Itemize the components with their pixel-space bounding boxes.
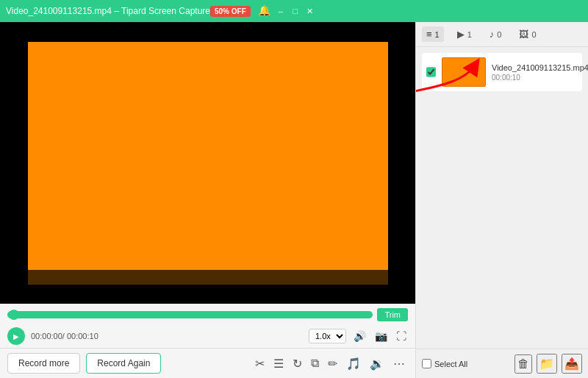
volume-adjust-icon[interactable]: 🔉 (367, 355, 387, 372)
edit-icon[interactable]: ✏ (325, 355, 340, 372)
tab-list[interactable]: ≡ 1 (422, 26, 444, 42)
file-thumbnail (442, 57, 486, 87)
file-checkbox[interactable] (426, 67, 436, 77)
progress-bar[interactable] (7, 311, 373, 318)
time-display: 00:00:00/ 00:00:10 (31, 332, 303, 340)
audio-icon[interactable]: 🎵 (343, 355, 364, 372)
record-more-button[interactable]: Record more (7, 353, 80, 374)
close-button[interactable]: ✕ (305, 6, 315, 16)
bell-icon: 🔔 (258, 4, 271, 18)
fullscreen-icon[interactable]: ⛶ (395, 329, 408, 343)
rotate-icon[interactable]: ↻ (290, 355, 305, 372)
select-all-checkbox[interactable] (422, 359, 431, 368)
progress-fill (7, 311, 373, 318)
bottom-bar: Record more Record Again ✂ ☰ ↻ ⧉ ✏ 🎵 🔉 ⋯ (0, 348, 415, 378)
delete-button[interactable]: 🗑 (514, 354, 532, 374)
tab-image-count: 0 (531, 30, 536, 39)
tab-audio-count: 0 (497, 30, 501, 39)
play-button[interactable]: ▶ (7, 327, 25, 345)
camera-icon[interactable]: 📷 (373, 329, 389, 343)
titlebar: Video_241009113215.mp4 – Tipard Screen C… (0, 0, 588, 22)
more-icon[interactable]: ⋯ (390, 355, 408, 372)
trim-button[interactable]: Trim (377, 308, 408, 321)
minimize-button[interactable]: – (276, 6, 286, 16)
speed-selector[interactable]: 1.0x 0.5x 1.5x 2.0x (309, 329, 346, 343)
app-title: Video_241009113215.mp4 – Tipard Screen C… (6, 6, 210, 16)
file-name: Video_241009113215.mp4 (492, 63, 588, 72)
file-duration: 00:00:10 (492, 74, 588, 82)
tab-video[interactable]: ▶ 1 (453, 26, 476, 42)
copy-icon[interactable]: ⧉ (308, 355, 322, 371)
promo-badge: 50% OFF (210, 6, 251, 17)
timeline-area: Trim (0, 304, 415, 324)
progress-thumb[interactable] (9, 310, 19, 320)
image-icon: 🖼 (519, 29, 528, 40)
tab-video-count: 1 (467, 30, 472, 39)
video-screen (28, 42, 388, 285)
video-seekbar (28, 270, 388, 285)
left-panel: Trim ▶ 00:00:00/ 00:00:10 1.0x 0.5x 1.5x… (0, 22, 415, 378)
volume-icon[interactable]: 🔊 (352, 329, 368, 343)
maximize-button[interactable]: □ (290, 6, 301, 16)
controls-bar: ▶ 00:00:00/ 00:00:10 1.0x 0.5x 1.5x 2.0x… (0, 324, 415, 348)
equalizer-icon[interactable]: ☰ (270, 355, 287, 372)
video-icon: ▶ (457, 29, 465, 40)
tab-list-count: 1 (435, 30, 440, 39)
tab-bar: ≡ 1 ▶ 1 ♪ 0 🖼 0 (416, 22, 588, 47)
video-area (0, 22, 415, 304)
list-icon: ≡ (426, 29, 432, 40)
select-all-label: Select All (434, 360, 467, 368)
record-again-button[interactable]: Record Again (86, 353, 161, 374)
audio-tab-icon: ♪ (490, 29, 495, 40)
cut-icon[interactable]: ✂ (252, 355, 268, 372)
folder-button[interactable]: 📁 (537, 354, 557, 374)
export-all-button[interactable]: 📤 (562, 354, 582, 374)
tab-audio[interactable]: ♪ 0 (485, 26, 506, 42)
file-info: Video_241009113215.mp4 00:00:10 (492, 63, 588, 82)
file-list: Video_241009113215.mp4 00:00:10 (416, 47, 588, 349)
select-all-area: Select All (422, 359, 467, 368)
right-panel: ≡ 1 ▶ 1 ♪ 0 🖼 0 Video_241009113215 (415, 22, 588, 378)
right-bottom-bar: Select All 🗑 📁 📤 (416, 349, 588, 378)
tab-image[interactable]: 🖼 0 (514, 26, 540, 42)
file-item: Video_241009113215.mp4 00:00:10 (422, 53, 582, 91)
main-layout: Trim ▶ 00:00:00/ 00:00:10 1.0x 0.5x 1.5x… (0, 22, 588, 378)
